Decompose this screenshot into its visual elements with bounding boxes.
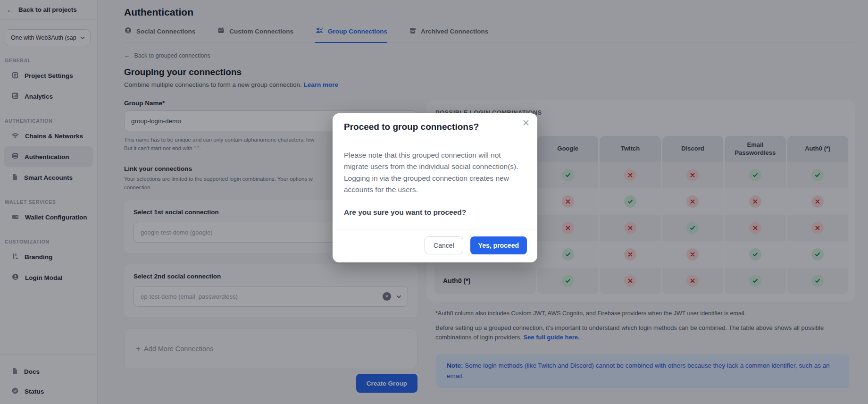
confirm-dialog: Proceed to group connections? ✕ Please n…: [333, 113, 537, 262]
dialog-question: Are you sure you want to proceed?: [344, 208, 525, 217]
close-icon[interactable]: ✕: [522, 118, 530, 127]
cancel-button[interactable]: Cancel: [425, 236, 463, 254]
dialog-body-text: Please note that this grouped connection…: [344, 150, 525, 196]
dialog-title: Proceed to group connections?: [344, 122, 526, 132]
confirm-button[interactable]: Yes, proceed: [470, 236, 527, 254]
